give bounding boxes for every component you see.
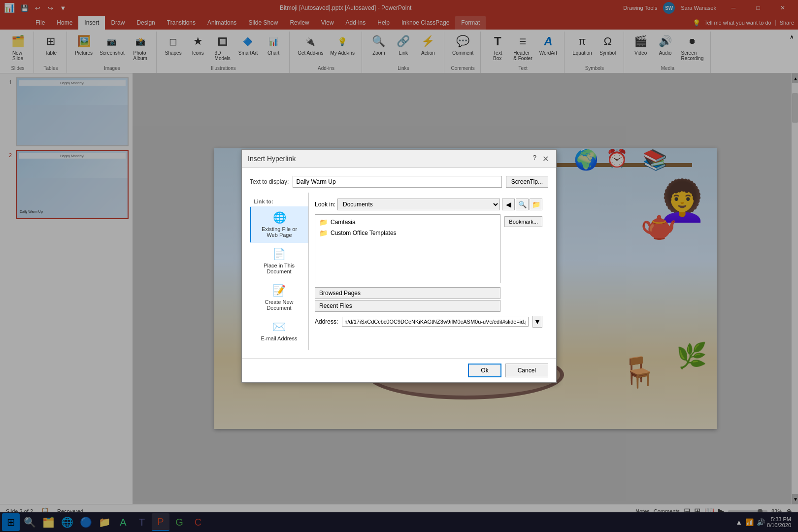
text-display-label: Text to display: (250, 178, 289, 185)
templates-label: Custom Office Templates (331, 230, 397, 236)
dialog-title-text: Insert Hyperlink (248, 155, 296, 163)
dialog-title-bar: Insert Hyperlink ? ✕ (242, 150, 556, 168)
place-document-label: Place in ThisDocument (264, 263, 295, 274)
dialog-main-content: Link to: 🌐 Existing File orWeb Page 📄 Pl… (250, 193, 548, 350)
bookmark-btn[interactable]: Bookmark... (504, 216, 542, 227)
link-to-label: Link to: (250, 197, 308, 206)
browse-new-folder-btn[interactable]: 📁 (530, 199, 542, 210)
file-item-camtasia[interactable]: 📁 Camtasia (317, 217, 498, 228)
look-in-buttons: ◀ 🔍 📁 (502, 199, 542, 210)
camtasia-folder-icon: 📁 (319, 218, 328, 226)
address-label: Address: (315, 318, 338, 325)
address-dropdown-btn[interactable]: ▼ (532, 316, 542, 328)
look-in-label: Look in: (315, 201, 335, 208)
browse-back-btn[interactable]: ◀ (502, 199, 515, 210)
link-option-email[interactable]: ✉️ E-mail Address (250, 316, 308, 346)
dialog-help-btn[interactable]: ? (533, 154, 536, 164)
dialog-body: Text to display: ScreenTip... Link to: 🌐… (242, 168, 556, 358)
screentip-btn[interactable]: ScreenTip... (506, 176, 548, 188)
link-option-place[interactable]: 📄 Place in ThisDocument (250, 243, 308, 279)
camtasia-label: Camtasia (331, 219, 356, 226)
create-new-label: Create NewDocument (265, 299, 293, 311)
dialog-overlay: Insert Hyperlink ? ✕ Text to display: Sc… (0, 0, 798, 532)
browse-search-btn[interactable]: 🔍 (516, 199, 529, 210)
file-list-area: 📁 Camtasia 📁 Custom Office Templates (315, 214, 500, 312)
templates-folder-icon: 📁 (319, 229, 328, 237)
look-in-row: Look in: Documents ◀ 🔍 📁 (315, 199, 542, 210)
recent-files-btn[interactable]: Recent Files (315, 300, 500, 312)
dialog-right-panel: Look in: Documents ◀ 🔍 📁 (309, 193, 548, 350)
cancel-btn[interactable]: Cancel (505, 364, 548, 377)
file-item-custom-templates[interactable]: 📁 Custom Office Templates (317, 228, 498, 238)
address-row: Address: ▼ (315, 316, 542, 328)
email-label: E-mail Address (261, 335, 298, 341)
dialog-close-btn[interactable]: ✕ (540, 154, 550, 164)
email-icon: ✉️ (272, 321, 286, 333)
quick-nav-area: Browsed Pages Recent Files (315, 287, 500, 312)
existing-file-label: Existing File orWeb Page (262, 226, 297, 238)
link-option-existing[interactable]: 🌐 Existing File orWeb Page (250, 206, 308, 243)
ok-btn[interactable]: Ok (468, 364, 501, 377)
file-area: 📁 Camtasia 📁 Custom Office Templates (315, 214, 542, 312)
text-display-row: Text to display: ScreenTip... (250, 176, 548, 188)
existing-file-icon: 🌐 (273, 211, 286, 224)
create-new-icon: 📝 (272, 284, 286, 297)
dialog-link-types: Link to: 🌐 Existing File orWeb Page 📄 Pl… (250, 193, 309, 350)
address-input[interactable] (342, 317, 529, 327)
place-document-icon: 📄 (272, 248, 286, 261)
look-in-select[interactable]: Documents (337, 199, 500, 210)
text-display-input[interactable] (293, 176, 501, 188)
file-list: 📁 Camtasia 📁 Custom Office Templates (315, 214, 500, 283)
dialog-footer: Ok Cancel (242, 358, 556, 382)
insert-hyperlink-dialog: Insert Hyperlink ? ✕ Text to display: Sc… (241, 149, 557, 383)
dialog-sidebar-actions: Bookmark... (504, 214, 542, 312)
link-option-create-new[interactable]: 📝 Create NewDocument (250, 279, 308, 316)
browsed-pages-btn[interactable]: Browsed Pages (315, 287, 500, 299)
